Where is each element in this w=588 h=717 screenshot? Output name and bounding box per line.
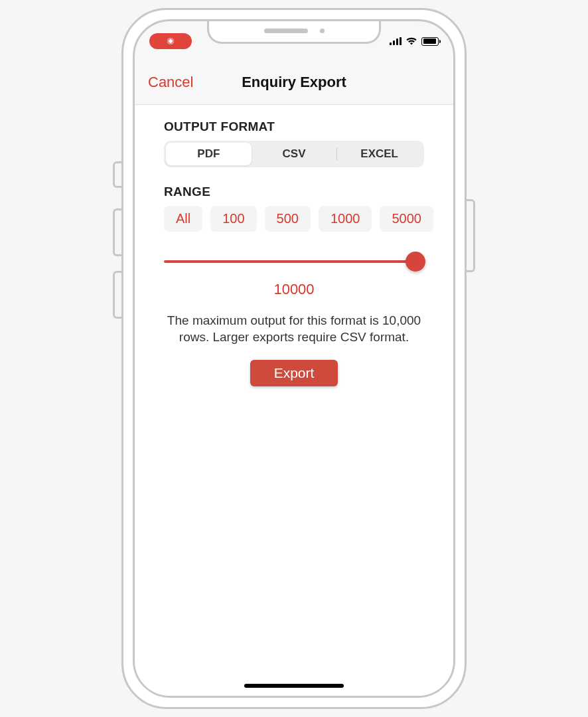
output-format-label: OUTPUT FORMAT <box>164 120 424 134</box>
range-slider[interactable] <box>164 253 424 270</box>
navigation-bar: Cancel Enquiry Export <box>135 56 453 105</box>
front-camera <box>320 29 325 33</box>
wifi-icon <box>405 37 417 46</box>
format-option-pdf[interactable]: PDF <box>166 143 252 165</box>
recording-indicator[interactable] <box>149 33 192 49</box>
slider-value: 10000 <box>164 281 424 298</box>
cellular-icon <box>390 37 402 45</box>
home-indicator[interactable] <box>244 684 344 688</box>
range-preset-5000[interactable]: 5000 <box>380 206 433 232</box>
phone-notch <box>207 20 381 44</box>
status-right <box>390 37 439 46</box>
range-label: RANGE <box>164 185 424 199</box>
format-option-csv[interactable]: CSV <box>252 143 337 165</box>
phone-screen: Cancel Enquiry Export OUTPUT FORMAT PDF … <box>133 19 455 698</box>
range-preset-1000[interactable]: 1000 <box>319 206 372 232</box>
record-icon <box>166 37 175 46</box>
cancel-button[interactable]: Cancel <box>148 74 193 91</box>
content-area: OUTPUT FORMAT PDF CSV EXCEL RANGE All 10… <box>135 105 453 696</box>
slider-thumb[interactable] <box>405 252 425 272</box>
slider-track <box>164 260 424 263</box>
speaker-grille <box>264 29 308 33</box>
range-preset-500[interactable]: 500 <box>265 206 311 232</box>
format-segmented-control: PDF CSV EXCEL <box>164 141 424 167</box>
format-option-excel[interactable]: EXCEL <box>336 143 422 165</box>
range-preset-100[interactable]: 100 <box>210 206 256 232</box>
info-text: The maximum output for this format is 10… <box>164 313 424 345</box>
range-presets: All 100 500 1000 5000 <box>164 206 424 232</box>
range-preset-all[interactable]: All <box>164 206 202 232</box>
export-button[interactable]: Export <box>250 360 338 386</box>
phone-frame: Cancel Enquiry Export OUTPUT FORMAT PDF … <box>121 8 467 709</box>
battery-icon <box>421 37 439 46</box>
